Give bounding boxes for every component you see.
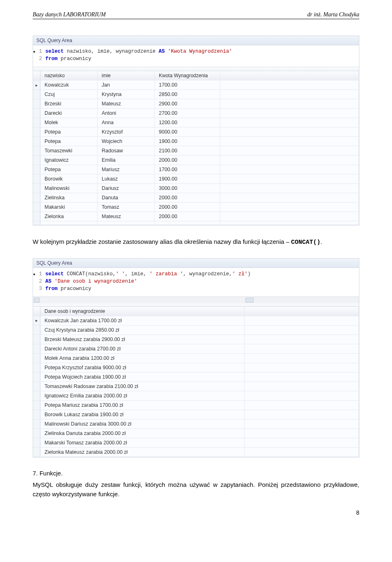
table-row: BorowikLukasz1900.00 xyxy=(33,174,359,184)
cell-imie: Tomasz xyxy=(98,203,155,212)
cell-nazwisko: Zielonka xyxy=(40,212,98,221)
row-marker xyxy=(33,363,40,372)
cell-kwota: 2000.00 xyxy=(155,156,220,165)
table-row: ▸Kowalczuk Jan zarabia 1700.00 zł xyxy=(33,316,359,326)
table-row: Brzeski Mateusz zarabia 2900.00 zł xyxy=(33,335,359,344)
cell-nazwisko: Czuj xyxy=(40,90,98,99)
table-row: PotepaMariusz1700.00 xyxy=(33,165,359,174)
cell-imie: Mateusz xyxy=(98,212,155,221)
cell-dane: Darecki Antoni zarabia 2700.00 zł xyxy=(40,344,245,353)
gutter-bullet: • xyxy=(33,48,36,57)
cell-imie: Anna xyxy=(98,118,155,127)
cell-imie: Radosaw xyxy=(98,146,155,155)
paragraph-2: MySQL obsługuje duży zestaw funkcji, któ… xyxy=(33,480,359,499)
cell-kwota: 1900.00 xyxy=(155,137,220,146)
query-area-label: SQL Query Area xyxy=(33,36,359,45)
row-marker xyxy=(33,137,40,146)
table-row: ZielonkaMateusz2000.00 xyxy=(33,212,359,221)
col-dane: Dane osob i wynagrodzenie xyxy=(40,307,245,316)
row-marker xyxy=(33,174,40,183)
table-row: TomaszewkiRadosaw2100.00 xyxy=(33,146,359,156)
cell-dane: Makarski Tomasz zarabia 2000.00 zł xyxy=(40,438,245,447)
cell-dane: Zielonka Mateusz zarabia 2000.00 zł xyxy=(40,448,245,457)
line-number: 3 xyxy=(36,285,45,292)
table-row: MalinowskiDariusz3000.00 xyxy=(33,184,359,193)
row-marker xyxy=(33,429,40,438)
sql-code-1: 1select nazwisko, imie, wynagrodzenie AS… xyxy=(33,45,359,67)
code-line: 1select nazwisko, imie, wynagrodzenie AS… xyxy=(36,48,356,55)
table-row: PotepaWojciech1900.00 xyxy=(33,137,359,146)
col-filler xyxy=(220,71,359,80)
row-marker xyxy=(33,99,40,108)
line-number: 2 xyxy=(36,278,45,285)
scroll-left-arrow[interactable] xyxy=(34,298,40,303)
table-row: Molek Anna zarabia 1200.00 zł xyxy=(33,354,359,363)
table-row: CzujKrystyna2850.00 xyxy=(33,90,359,99)
cell-dane: Zielinska Danuta zarabia 2000.00 zł xyxy=(40,429,245,438)
table-row: Potepa Krzysztof zarabia 9000.00 zł xyxy=(33,363,359,372)
line-number: 1 xyxy=(36,48,45,55)
section-7-heading: 7. Funkcje. xyxy=(33,470,359,477)
table-row: Makarski Tomasz zarabia 2000.00 zł xyxy=(33,438,359,448)
cell-dane: Brzeski Mateusz zarabia 2900.00 zł xyxy=(40,335,245,344)
table-row: Potepa Wojciech zarabia 1900.00 zł xyxy=(33,372,359,382)
code-content: select nazwisko, imie, wynagrodzenie AS … xyxy=(45,48,232,55)
cell-dane: Malinowski Dariusz zarabia 3000.00 zł xyxy=(40,419,245,428)
cell-nazwisko: Darecki xyxy=(40,109,98,118)
cell-dane: Kowalczuk Jan zarabia 1700.00 zł xyxy=(40,316,245,325)
header-right: dr inż. Marta Chodyka xyxy=(307,11,359,18)
row-marker xyxy=(33,438,40,447)
code-line: 2AS 'Dane osob i wynagrodzenie' xyxy=(36,278,356,285)
page-header: Bazy danych LABORATORIUM dr inż. Marta C… xyxy=(33,11,359,19)
cell-imie: Emilia xyxy=(98,156,155,165)
cell-kwota: 1200.00 xyxy=(155,118,220,127)
code-content: select CONCAT(nazwisko,' ', imie, ' zara… xyxy=(45,270,251,278)
row-marker: ▸ xyxy=(33,80,40,89)
scroll-thumb[interactable] xyxy=(245,298,254,303)
cell-nazwisko: Kowalczuk xyxy=(40,80,98,89)
col-imie: imie xyxy=(98,71,155,80)
row-marker xyxy=(33,410,40,419)
table-row: Potepa Mariusz zarabia 1700.00 zł xyxy=(33,401,359,410)
cell-nazwisko: Brzeski xyxy=(40,99,98,108)
table-row: MakarskiTomasz2000.00 xyxy=(33,203,359,212)
cell-dane: Potepa Mariusz zarabia 1700.00 zł xyxy=(40,401,245,410)
table-row: Tomaszewki Radosaw zarabia 2100.00 zł xyxy=(33,382,359,391)
row-marker xyxy=(33,335,40,344)
row-marker xyxy=(33,193,40,202)
grid-header-row: nazwisko imie Kwota Wynagrodzenia xyxy=(33,71,359,80)
cell-kwota: 2700.00 xyxy=(155,109,220,118)
cell-imie: Danuta xyxy=(98,193,155,202)
cell-kwota: 2850.00 xyxy=(155,90,220,99)
cell-nazwisko: Borowik xyxy=(40,174,98,183)
cell-nazwisko: Zielinska xyxy=(40,193,98,202)
row-header-blank xyxy=(33,71,40,80)
table-row: Borowik Lukasz zarabia 1900.00 zł xyxy=(33,410,359,419)
cell-nazwisko: Molek xyxy=(40,118,98,127)
horizontal-scrollbar[interactable] xyxy=(33,297,359,303)
cell-kwota: 2000.00 xyxy=(155,193,220,202)
col-filler xyxy=(245,307,359,316)
table-row: Malinowski Dariusz zarabia 3000.00 zł xyxy=(33,419,359,429)
sql-screenshot-2: SQL Query Area 1select CONCAT(nazwisko,'… xyxy=(33,258,359,457)
cell-imie: Krzysztof xyxy=(98,127,155,136)
cell-nazwisko: Potepa xyxy=(40,127,98,136)
col-nazwisko: nazwisko xyxy=(40,71,98,80)
row-marker xyxy=(33,382,40,391)
cell-kwota: 3000.00 xyxy=(155,184,220,193)
cell-imie: Wojciech xyxy=(98,137,155,146)
cell-kwota: 2000.00 xyxy=(155,212,220,221)
code-line: 2from pracownicy xyxy=(36,55,356,62)
row-marker xyxy=(33,109,40,118)
cell-nazwisko: Makarski xyxy=(40,203,98,212)
section-title: Funkcje. xyxy=(40,470,63,477)
cell-imie: Lukasz xyxy=(98,174,155,183)
cell-dane: Potepa Wojciech zarabia 1900.00 zł xyxy=(40,372,245,381)
cell-dane: Tomaszewki Radosaw zarabia 2100.00 zł xyxy=(40,382,245,391)
section-number: 7. xyxy=(33,470,38,477)
row-header-blank xyxy=(33,307,40,316)
table-row: Ignatowicz Emilia zarabia 2000.00 zł xyxy=(33,391,359,401)
cell-dane: Potepa Krzysztof zarabia 9000.00 zł xyxy=(40,363,245,372)
paragraph-1: W kolejnym przykładzie zostanie zastosow… xyxy=(33,237,359,247)
row-marker xyxy=(33,146,40,155)
